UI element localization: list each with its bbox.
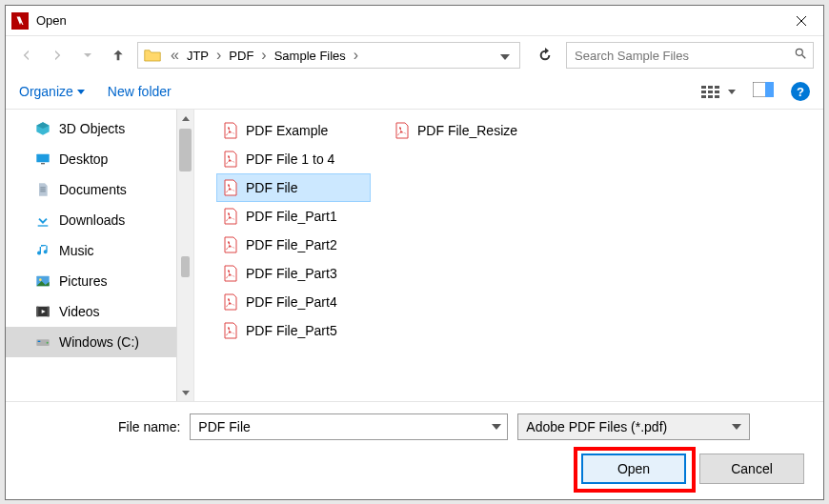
file-item[interactable]: PDF File_Resize xyxy=(389,117,541,144)
svg-point-0 xyxy=(796,49,802,55)
svg-rect-7 xyxy=(715,86,719,89)
close-button[interactable] xyxy=(779,7,823,35)
filetype-filter[interactable]: Adobe PDF Files (*.pdf) xyxy=(517,413,750,440)
filename-label: File name: xyxy=(118,419,180,434)
file-item[interactable]: PDF File_Part5 xyxy=(217,317,370,344)
pdf-icon xyxy=(223,236,238,253)
scroll-thumb[interactable] xyxy=(181,256,190,277)
sidebar-item-videos[interactable]: Videos xyxy=(6,296,176,327)
file-item[interactable]: PDF Example xyxy=(217,117,370,144)
search-input[interactable] xyxy=(573,48,794,64)
chevron-down-icon xyxy=(732,424,741,430)
file-item[interactable]: PDF File_Part3 xyxy=(217,260,370,287)
desktop-icon xyxy=(34,151,51,168)
help-button[interactable]: ? xyxy=(791,82,810,101)
file-label: PDF File_Resize xyxy=(417,123,517,138)
sidebar-item-drive[interactable]: Windows (C:) xyxy=(6,327,176,357)
pdf-icon xyxy=(223,151,238,168)
svg-rect-5 xyxy=(708,91,713,93)
organize-label: Organize xyxy=(19,84,73,99)
sidebar-item-label: Desktop xyxy=(59,151,108,167)
filter-label: Adobe PDF Files (*.pdf) xyxy=(526,419,667,434)
sidebar-item-desktop[interactable]: Desktop xyxy=(6,144,176,174)
window-title: Open xyxy=(36,13,779,28)
svg-rect-2 xyxy=(701,91,706,93)
back-button[interactable] xyxy=(15,44,38,67)
up-button[interactable] xyxy=(107,44,130,67)
breadcrumb-part[interactable]: JTP xyxy=(185,49,211,63)
file-list[interactable]: PDF ExamplePDF File 1 to 4PDF FilePDF Fi… xyxy=(194,110,823,401)
sidebar-item-3d[interactable]: 3D Objects xyxy=(6,113,176,144)
svg-rect-4 xyxy=(708,86,713,89)
chevron-right-icon: › xyxy=(257,47,270,64)
titlebar: Open xyxy=(6,6,823,36)
recent-dropdown[interactable] xyxy=(76,44,99,67)
sidebar-item-label: Pictures xyxy=(59,273,108,289)
file-label: PDF File_Part3 xyxy=(246,266,337,281)
sidebar-item-downloads[interactable]: Downloads xyxy=(6,205,176,235)
breadcrumb-part[interactable]: Sample Files xyxy=(273,49,348,63)
file-label: PDF File_Part5 xyxy=(246,323,337,338)
3d-icon xyxy=(34,120,51,137)
svg-rect-1 xyxy=(701,86,706,89)
file-label: PDF File_Part1 xyxy=(246,209,337,224)
chevron-down-icon xyxy=(492,424,501,430)
chevron-right-icon: › xyxy=(212,47,225,64)
folder-icon xyxy=(142,47,163,64)
sidebar-item-pictures[interactable]: Pictures xyxy=(6,266,176,296)
sidebar-item-label: 3D Objects xyxy=(59,121,125,136)
svg-rect-15 xyxy=(40,189,45,190)
sidebar-item-documents[interactable]: Documents xyxy=(6,174,176,205)
breadcrumb-prefix: « xyxy=(167,47,183,64)
new-folder-button[interactable]: New folder xyxy=(108,84,172,99)
search-box[interactable] xyxy=(566,42,814,69)
pdf-icon xyxy=(394,122,410,139)
downloads-icon xyxy=(34,212,51,229)
filename-input[interactable] xyxy=(196,418,492,435)
main-area: 3D ObjectsDesktopDocumentsDownloadsMusic… xyxy=(6,109,823,401)
scroll-thumb[interactable] xyxy=(179,129,192,171)
filename-combo[interactable] xyxy=(190,413,508,440)
svg-rect-16 xyxy=(40,191,45,192)
svg-rect-12 xyxy=(36,154,49,163)
sidebar-item-label: Videos xyxy=(59,304,100,319)
sidebar-scrollbar[interactable] xyxy=(176,110,193,401)
file-item[interactable]: PDF File 1 to 4 xyxy=(217,146,370,172)
file-label: PDF File xyxy=(246,180,297,195)
breadcrumb-part[interactable]: PDF xyxy=(227,49,255,63)
nav-row: « JTP › PDF › Sample Files › xyxy=(6,36,823,74)
scroll-up-button[interactable] xyxy=(177,110,193,127)
pdf-icon xyxy=(223,208,238,225)
file-item[interactable]: PDF File_Part2 xyxy=(217,232,370,258)
sidebar-item-music[interactable]: Music xyxy=(6,235,176,266)
refresh-button[interactable] xyxy=(532,42,558,69)
videos-icon xyxy=(34,303,51,320)
file-label: PDF File_Part4 xyxy=(246,294,337,310)
pdf-icon xyxy=(223,322,238,339)
breadcrumb[interactable]: « JTP › PDF › Sample Files › xyxy=(137,42,520,69)
breadcrumb-dropdown[interactable] xyxy=(495,47,516,64)
open-button[interactable]: Open xyxy=(581,454,686,484)
file-label: PDF File_Part2 xyxy=(246,237,337,252)
documents-icon xyxy=(34,181,51,198)
pdf-icon xyxy=(223,293,238,311)
sidebar-item-label: Windows (C:) xyxy=(59,334,139,350)
sidebar-item-label: Music xyxy=(59,243,94,258)
file-item[interactable]: PDF File xyxy=(217,174,370,201)
cancel-button[interactable]: Cancel xyxy=(699,454,804,484)
organize-button[interactable]: Organize xyxy=(19,84,85,99)
forward-button[interactable] xyxy=(46,44,69,67)
pictures-icon xyxy=(34,272,51,290)
scroll-down-button[interactable] xyxy=(177,384,193,401)
music-icon xyxy=(34,242,51,259)
file-item[interactable]: PDF File_Part4 xyxy=(217,289,370,315)
preview-pane-button[interactable] xyxy=(753,82,774,101)
chevron-right-icon: › xyxy=(350,47,362,64)
open-dialog: Open « JTP › PDF › Sample Files › xyxy=(5,5,824,500)
view-button[interactable] xyxy=(701,84,736,99)
svg-rect-8 xyxy=(715,91,719,93)
bottom-panel: File name: Adobe PDF Files (*.pdf) Open … xyxy=(6,401,823,499)
file-item[interactable]: PDF File_Part1 xyxy=(217,203,370,230)
svg-rect-6 xyxy=(708,95,713,98)
adobe-icon xyxy=(11,12,29,30)
